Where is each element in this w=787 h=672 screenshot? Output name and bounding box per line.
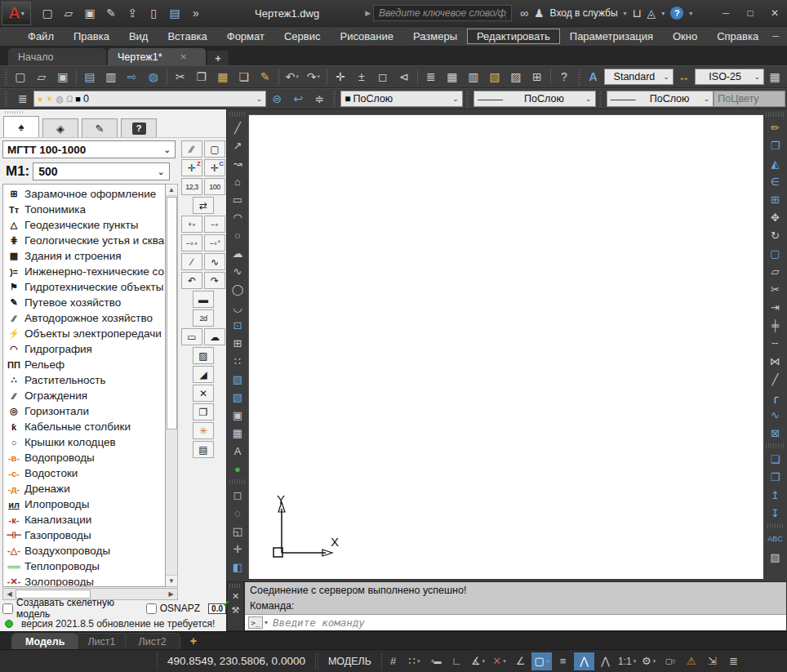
tree-item-power-lines[interactable]: ⚡Объекты электропередачи [3, 326, 165, 341]
coordinates-display[interactable]: 490.8549, 230.5806, 0.0000 [157, 652, 316, 670]
toolbar-grip[interactable] [766, 112, 785, 117]
layer-freeze-icon[interactable]: ☀ [46, 94, 54, 104]
skeleton-model-checkbox[interactable] [2, 603, 13, 614]
menu-item-8[interactable]: Размеры [403, 29, 467, 44]
scale-icon[interactable]: ▢ [766, 244, 785, 262]
object-network-icon[interactable]: ✳ [193, 422, 214, 439]
tree-item-fences[interactable]: ∕∕Ограждения [3, 388, 165, 403]
object-snap-icon[interactable]: ▢▾ [531, 652, 552, 670]
insert-point-c-icon[interactable]: ✛C [204, 159, 225, 176]
osnapz-checkbox[interactable] [146, 603, 157, 614]
zoom-realtime-icon[interactable]: ± [351, 67, 372, 87]
toolbar-grip[interactable] [465, 91, 471, 106]
model-space-button[interactable]: МОДЕЛЬ [318, 652, 382, 670]
chevron-down-icon[interactable]: ▾ [661, 10, 665, 17]
trim-icon[interactable]: ✂ [766, 280, 785, 298]
contour-rect-icon[interactable]: ▭ [181, 328, 202, 345]
drawing-canvas[interactable]: Y X [248, 114, 763, 579]
print-preview-icon[interactable]: ▥ [100, 67, 122, 87]
tree-item-contours[interactable]: ◎Горизонтали [3, 403, 165, 419]
polar-tracking-icon[interactable]: ∡▾ [468, 652, 488, 670]
pick-hatch-icon[interactable]: ∕∕ [181, 140, 202, 158]
minimize-button[interactable]: ─ [714, 2, 738, 24]
hatch-icon[interactable]: ▨ [229, 370, 247, 388]
paste-as-block-icon[interactable]: ❏ [233, 67, 255, 87]
text-style-icon[interactable]: A [583, 67, 604, 87]
new-icon[interactable]: ▢ [38, 4, 57, 22]
grid-icon[interactable]: # [383, 652, 403, 670]
slope-sign-icon[interactable]: ◢ [193, 366, 214, 383]
palette-grip[interactable] [229, 584, 242, 588]
tree-item-geologic-wells[interactable]: ⋕Геологические устья и сква [3, 233, 165, 248]
ortho-icon[interactable]: ∟ [447, 652, 467, 670]
draw-linear-object-icon[interactable]: ▬ [193, 291, 214, 308]
layer-previous-icon[interactable]: ↩ [287, 89, 309, 109]
copy-clip-icon[interactable]: ❐ [191, 67, 212, 87]
circle-icon[interactable]: ○ [229, 226, 247, 244]
mtext-icon[interactable]: A [229, 442, 247, 460]
tab-classifier[interactable]: ♠ [3, 116, 39, 137]
tab-start[interactable]: Начало [8, 48, 106, 65]
chevron-down-icon[interactable]: ▾ [265, 619, 268, 626]
export-document-icon[interactable]: ▤ [193, 441, 214, 458]
zoom-window-icon[interactable]: ◻ [229, 486, 247, 504]
layer-properties-icon[interactable]: ≣ [12, 89, 33, 109]
elevation-badge[interactable]: 0.0 ✓ [208, 603, 226, 614]
link-objects-icon[interactable]: ❐ [193, 403, 214, 421]
command-prompt-icon[interactable]: >_ [248, 616, 263, 629]
tree-item-hydrotechnical[interactable]: ⚑Гидротехнические объекты [3, 279, 165, 295]
stretch-icon[interactable]: ▱ [766, 262, 785, 280]
toolbar-grip[interactable] [766, 443, 785, 448]
send-under-objects-icon[interactable]: ↧ [766, 504, 785, 522]
arc-cw-icon[interactable]: ↷ [204, 272, 225, 289]
tab-close-icon[interactable]: ✕ [180, 52, 187, 61]
close-button[interactable]: ✕ [763, 2, 787, 24]
wrench-icon[interactable]: ⚒ [232, 605, 240, 616]
arc-ccw-icon[interactable]: ↶ [181, 272, 202, 289]
toolbar-grip[interactable] [577, 69, 580, 86]
publish-icon[interactable]: ⇨ [122, 67, 143, 87]
layer-states-icon[interactable]: ≑ [309, 89, 330, 109]
region-icon[interactable]: ▣ [229, 406, 247, 424]
insert-point-z-icon[interactable]: ✛Z [181, 159, 202, 176]
blend-curves-icon[interactable]: ∿ [766, 406, 785, 424]
menu-item-3[interactable]: Вид [119, 29, 158, 44]
zoom-dynamic-icon[interactable]: ◌ [229, 504, 247, 522]
bring-above-objects-icon[interactable]: ↥ [766, 486, 785, 504]
annotation-autoscale-icon[interactable]: ⋀ [595, 652, 616, 670]
plot-icon[interactable]: ▤ [165, 4, 185, 22]
binoculars-search-icon[interactable]: ∞ [520, 7, 528, 20]
tree-item-water-pipes[interactable]: -в-Водопроводы [3, 450, 165, 465]
tree-vertical-scrollbar[interactable]: ▲ ▼ [166, 184, 178, 587]
zoom-window-icon[interactable]: ◻ [372, 67, 394, 87]
scroll-down-icon[interactable]: ▼ [166, 575, 177, 586]
customization-icon[interactable]: ≣ [723, 652, 744, 670]
menu-item-10[interactable]: Параметризация [560, 29, 663, 44]
tree-item-air-ducts[interactable]: -△-Воздухопроводы [3, 543, 165, 559]
new-layout-button[interactable]: + [185, 633, 202, 649]
cart-icon[interactable]: ⊔ [633, 7, 642, 20]
designcenter-icon[interactable]: ▦ [442, 67, 463, 87]
toolbar-grip[interactable] [332, 91, 338, 106]
layer-on-icon[interactable]: ● [38, 94, 43, 104]
color-combo[interactable]: ■ ПоСлою ⌄ [340, 91, 463, 107]
break-icon[interactable]: ╌ [766, 334, 785, 352]
menu-item-5[interactable]: Формат [217, 29, 274, 44]
tab-geodesy[interactable]: ◈ [42, 118, 78, 137]
tree-item-silt-pipes[interactable]: илИлопроводы [3, 496, 165, 512]
scale-combo[interactable]: 500 ⌄ [33, 162, 170, 180]
open-from-cloud-icon[interactable]: ⇪ [122, 4, 142, 22]
dynamic-input-icon[interactable]: +▬ [425, 652, 446, 670]
zoom-object-icon[interactable]: ◧ [229, 558, 247, 576]
menu-item-1[interactable]: Файл [18, 29, 64, 44]
ellipse-arc-icon[interactable]: ◡ [229, 298, 247, 316]
chevron-down-icon[interactable]: ▾ [689, 10, 692, 17]
menu-item-9[interactable]: Редактировать [467, 29, 560, 44]
layer-lock-icon[interactable]: Ω [66, 94, 73, 104]
toolbar-grip[interactable] [4, 91, 10, 106]
object-snap-tracking-icon[interactable]: ∠ [510, 652, 531, 670]
account-icon[interactable]: ♟ [534, 7, 545, 20]
cut-icon[interactable]: ✂ [170, 67, 191, 87]
menu-item-12[interactable]: Справка [707, 29, 768, 44]
zoom-previous-icon[interactable]: ⊲ [394, 67, 415, 87]
